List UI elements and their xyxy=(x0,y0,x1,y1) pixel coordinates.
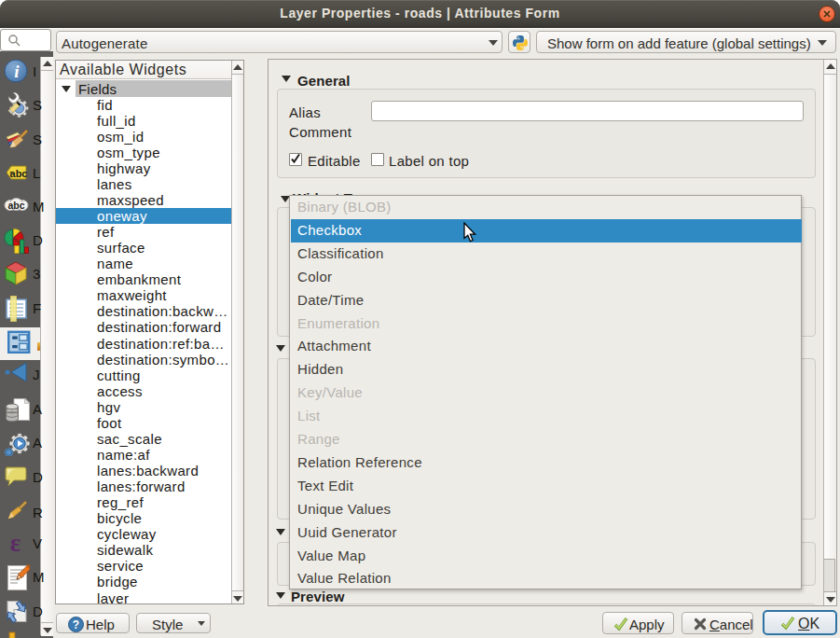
svg-text:i: i xyxy=(14,61,20,80)
svg-text:abc: abc xyxy=(10,168,28,179)
svg-text:abc: abc xyxy=(7,200,24,211)
svg-text:?: ? xyxy=(73,618,79,631)
svg-text:ε: ε xyxy=(10,531,21,555)
